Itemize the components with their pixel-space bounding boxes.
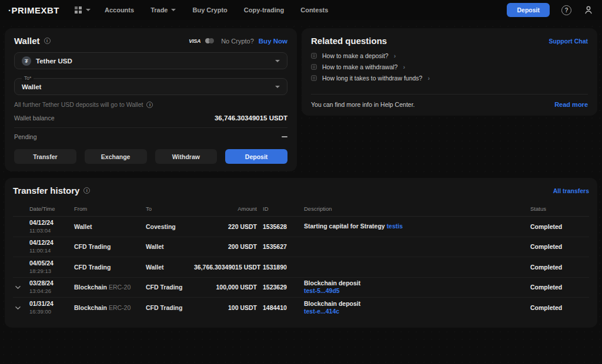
question-item-deposit[interactable]: How to make a deposit? › — [311, 52, 588, 59]
row-id: 1535627 — [257, 243, 304, 250]
article-icon — [311, 75, 317, 81]
no-crypto-label: No Crypto? — [221, 38, 254, 45]
row-from: Blockchain ERC-20 — [74, 284, 146, 291]
col-datetime: Date/Time — [29, 205, 74, 212]
table-header: Date/Time From To Amount ID Description … — [13, 201, 589, 217]
row-time: 18:29:13 — [29, 268, 51, 274]
mastercard-icon — [205, 38, 214, 43]
read-more-link[interactable]: Read more — [554, 101, 588, 108]
chevron-down-icon — [275, 60, 280, 62]
wallet-balance-label: Wallet balance — [14, 114, 54, 122]
nav-deposit-button[interactable]: Deposit — [507, 3, 550, 17]
table-row: 01/31/2416:39:00 Blockchain ERC-20 CFD T… — [13, 298, 589, 318]
withdraw-button[interactable]: Withdraw — [155, 149, 218, 164]
support-chat-link[interactable]: Support Chat — [549, 38, 588, 45]
row-time: 11:03:04 — [29, 227, 51, 234]
nav-item-trade[interactable]: Trade — [150, 6, 176, 14]
expand-chevron-icon[interactable] — [13, 303, 22, 312]
row-description: Blockchain deposittest-e...414c — [304, 300, 530, 316]
row-from: CFD Trading — [74, 243, 146, 250]
row-id: 1535628 — [257, 223, 304, 230]
wallet-title: Wallet — [14, 36, 40, 46]
help-center-text: You can find more info in Help Center. — [311, 101, 414, 108]
row-date: 04/12/24 — [29, 219, 53, 226]
col-from: From — [74, 205, 146, 212]
table-row: 04/12/2411:00:14 CFD Trading Wallet 200 … — [13, 237, 589, 258]
row-to: Wallet — [146, 243, 194, 250]
info-icon[interactable]: i — [83, 187, 90, 194]
question-item-withdraw-time[interactable]: How long it takes to withdraw funds? › — [311, 75, 588, 82]
chevron-right-icon: › — [394, 52, 396, 59]
exchange-button[interactable]: Exchange — [85, 149, 147, 164]
wallet-actions: Transfer Exchange Withdraw Deposit — [14, 149, 287, 164]
nav-item-copy-trading[interactable]: Copy-trading — [244, 6, 284, 14]
row-id: 1523629 — [257, 284, 304, 291]
destination-select-label: To* — [22, 75, 34, 81]
transfer-history-card: Transfer history i All transfers Date/Ti… — [5, 178, 597, 328]
info-icon[interactable]: i — [146, 102, 153, 108]
col-status: Status — [530, 205, 589, 212]
visa-icon: VISA — [189, 38, 200, 44]
col-id: ID — [257, 205, 304, 212]
row-to: CFD Trading — [146, 304, 194, 311]
row-status: Completed — [530, 284, 589, 291]
row-to: CFD Trading — [146, 284, 194, 291]
row-from: Wallet — [74, 223, 146, 230]
nav-item-contests[interactable]: Contests — [300, 6, 328, 14]
row-date: 03/28/24 — [29, 279, 53, 287]
row-id: 1484410 — [257, 304, 304, 311]
row-amount: 100 USDT — [194, 304, 257, 311]
row-date: 04/05/24 — [29, 259, 53, 267]
wallet-balance-value: 36,746.30349015 USDT — [215, 114, 287, 122]
collapse-icon[interactable] — [282, 136, 287, 137]
row-amount: 36,766.30349015 USDT — [194, 264, 257, 271]
chevron-right-icon: › — [403, 63, 405, 70]
row-time: 13:04:26 — [29, 288, 51, 294]
transfer-history-title: Transfer history — [13, 186, 79, 196]
help-icon[interactable]: ? — [561, 5, 571, 15]
nav-item-buy-crypto[interactable]: Buy Crypto — [192, 6, 227, 14]
article-icon — [311, 53, 317, 59]
expand-chevron-icon[interactable] — [13, 282, 22, 292]
tx-hash-link[interactable]: test-5...49d5 — [304, 287, 340, 294]
info-icon[interactable]: i — [44, 38, 51, 44]
row-amount: 200 USDT — [194, 243, 257, 250]
row-description: Blockchain deposittest-5...49d5 — [304, 279, 530, 295]
row-from: Blockchain ERC-20 — [74, 304, 146, 311]
destination-select-value: Wallet — [22, 83, 41, 90]
apps-menu-button[interactable] — [75, 6, 91, 14]
question-item-withdrawal[interactable]: How to make a withdrawal? › — [311, 63, 588, 70]
row-date: 01/31/24 — [29, 300, 53, 307]
deposit-button[interactable]: Deposit — [225, 149, 287, 164]
row-status: Completed — [530, 223, 589, 230]
row-description: Starting capital for Strategy testis — [304, 223, 530, 231]
row-status: Completed — [530, 243, 589, 250]
network-tag: ERC-20 — [109, 284, 131, 291]
row-from: CFD Trading — [74, 264, 146, 271]
buy-now-link[interactable]: Buy Now — [259, 38, 287, 45]
row-id: 1531890 — [257, 264, 304, 271]
currency-select-value: Tether USD — [36, 58, 72, 65]
primexbt-logo[interactable]: ·PRIMEXBT — [8, 5, 59, 15]
wallet-card: Wallet i VISA No Crypto? Buy Now ₮ Tethe… — [5, 28, 297, 171]
related-questions-card: Related questions Support Chat How to ma… — [302, 28, 597, 116]
wallet-balance-row: Wallet balance 36,746.30349015 USDT — [14, 114, 287, 122]
tx-hash-link[interactable]: test-e...414c — [304, 308, 339, 315]
nav-item-accounts[interactable]: Accounts — [105, 6, 134, 14]
col-amount: Amount — [194, 205, 257, 212]
all-transfers-link[interactable]: All transfers — [553, 187, 589, 194]
transfer-button[interactable]: Transfer — [14, 149, 76, 164]
user-profile-icon[interactable] — [583, 5, 594, 15]
currency-select[interactable]: ₮ Tether USD — [14, 52, 287, 69]
network-tag: ERC-20 — [109, 304, 131, 311]
top-nav: ·PRIMEXBT Accounts Trade Buy Crypto Copy… — [0, 0, 602, 20]
strategy-link[interactable]: testis — [387, 223, 403, 230]
row-time: 11:00:14 — [29, 247, 51, 254]
destination-select[interactable]: To* Wallet — [14, 78, 287, 95]
chevron-right-icon: › — [427, 75, 430, 82]
row-amount: 100,000 USDT — [194, 284, 257, 291]
related-questions-title: Related questions — [311, 36, 387, 46]
nav-right-group: Deposit ? — [507, 3, 594, 17]
col-description: Description — [304, 205, 530, 212]
row-to: Wallet — [146, 264, 194, 271]
